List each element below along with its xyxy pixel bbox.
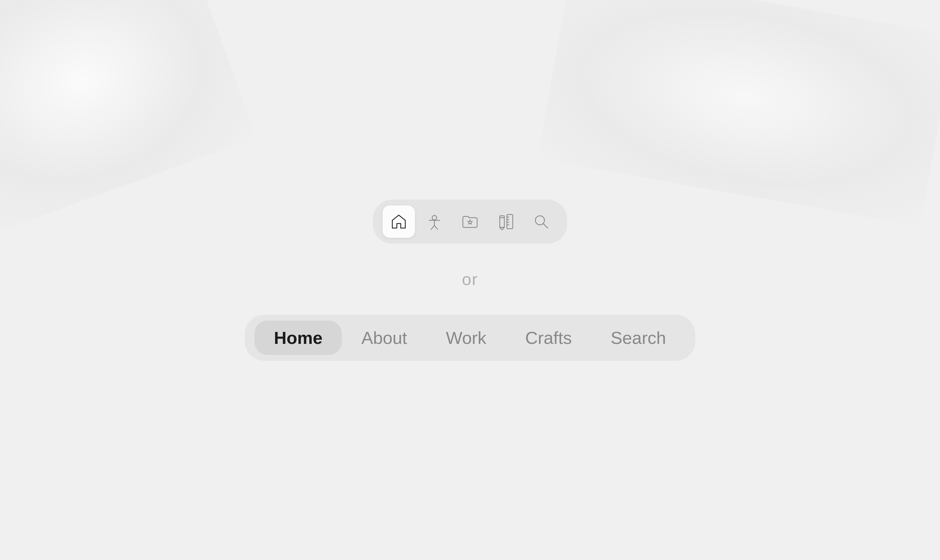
nav-search[interactable]: Search — [592, 321, 686, 355]
home-icon-button[interactable] — [382, 205, 415, 238]
crafts-icon-button[interactable] — [489, 205, 522, 238]
nav-home[interactable]: Home — [254, 321, 342, 355]
svg-point-0 — [432, 215, 437, 220]
search-icon-button[interactable] — [525, 205, 558, 238]
svg-line-3 — [431, 226, 435, 229]
center-container: or Home About Work Crafts Search — [245, 200, 695, 361]
about-icon-button[interactable] — [418, 205, 451, 238]
nav-crafts[interactable]: Crafts — [506, 321, 592, 355]
svg-line-4 — [435, 226, 438, 229]
svg-marker-5 — [468, 220, 473, 224]
craft-icon — [497, 213, 514, 230]
home-icon — [390, 213, 407, 230]
work-icon-button[interactable] — [454, 205, 486, 238]
svg-rect-6 — [507, 214, 513, 229]
nav-work[interactable]: Work — [427, 321, 506, 355]
search-icon — [533, 213, 550, 230]
svg-line-15 — [543, 223, 548, 228]
or-divider: or — [462, 269, 478, 289]
svg-marker-12 — [500, 228, 504, 230]
text-navbar: Home About Work Crafts Search — [245, 315, 695, 361]
folder-star-icon — [462, 213, 478, 230]
nav-about[interactable]: About — [342, 321, 426, 355]
icon-toolbar — [373, 200, 567, 244]
person-icon — [426, 213, 443, 230]
